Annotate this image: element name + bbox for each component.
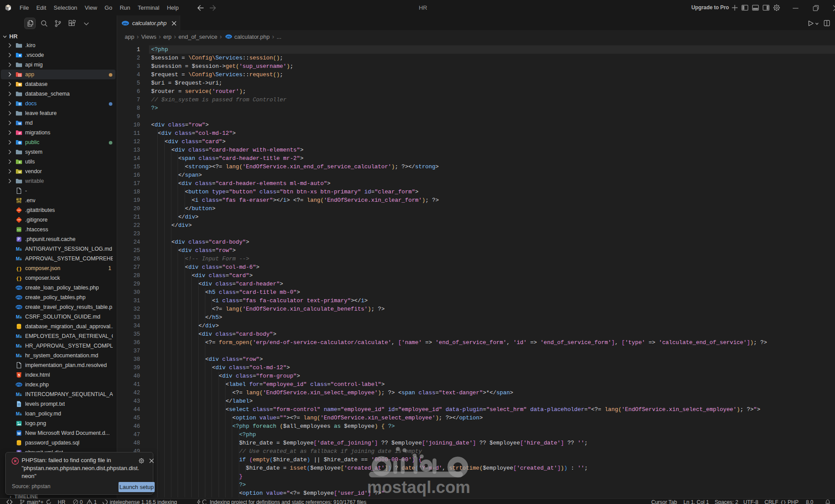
svg-text:M: M xyxy=(16,314,20,319)
svg-text:php: php xyxy=(16,286,22,289)
svg-text:<>: <> xyxy=(17,228,21,232)
svg-text:M: M xyxy=(16,256,20,261)
svg-text:M: M xyxy=(18,122,21,126)
svg-text:M: M xyxy=(16,246,20,252)
svg-text:M: M xyxy=(16,411,20,416)
svg-text:php: php xyxy=(122,22,128,25)
svg-text:M: M xyxy=(16,343,20,348)
svg-text:php: php xyxy=(16,305,22,309)
svg-text:M: M xyxy=(16,334,20,339)
svg-text:php: php xyxy=(16,296,22,299)
svg-text:5: 5 xyxy=(18,373,20,377)
svg-text:php: php xyxy=(16,383,22,386)
svg-text:M: M xyxy=(16,392,20,397)
svg-text:{}: {} xyxy=(16,276,22,282)
svg-text:php: php xyxy=(226,35,230,38)
svg-text:W: W xyxy=(17,431,21,436)
svg-text:{}: {} xyxy=(16,267,22,272)
svg-text:M: M xyxy=(16,353,20,358)
